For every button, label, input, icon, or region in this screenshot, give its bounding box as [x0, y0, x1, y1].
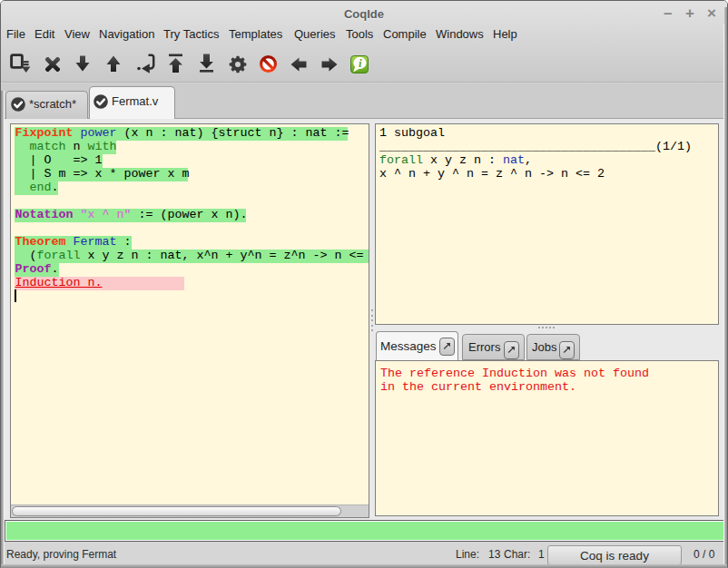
- svg-text:i: i: [359, 56, 362, 70]
